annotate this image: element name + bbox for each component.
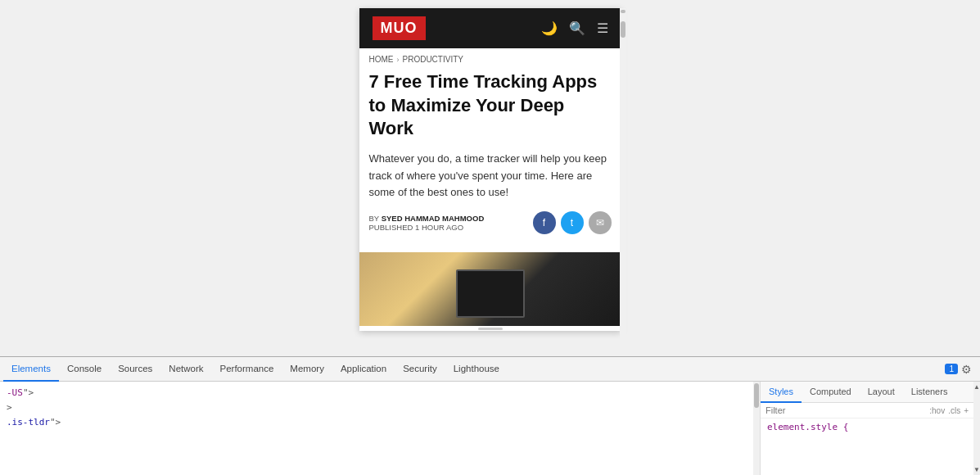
class-toggle[interactable]: .cls bbox=[948, 406, 960, 415]
dom-text: "> bbox=[23, 387, 34, 398]
time-ago: 1 HOUR AGO bbox=[415, 223, 463, 232]
tab-elements[interactable]: Elements bbox=[3, 357, 59, 382]
subtab-styles[interactable]: Styles bbox=[761, 382, 802, 403]
scrollbar-thumb[interactable] bbox=[621, 21, 625, 38]
devtools-badge: 1 bbox=[945, 364, 958, 374]
subtab-listeners[interactable]: Listeners bbox=[903, 382, 956, 403]
scroll-up-button[interactable]: ▲ bbox=[973, 383, 980, 391]
subtab-layout[interactable]: Layout bbox=[860, 382, 903, 403]
tab-lighthouse[interactable]: Lighthouse bbox=[445, 357, 508, 382]
social-share-buttons: f t ✉ bbox=[533, 211, 612, 234]
tab-performance[interactable]: Performance bbox=[212, 357, 282, 382]
styles-content: element.style { bbox=[761, 418, 973, 436]
article-title: 7 Free Time Tracking Apps to Maximize Yo… bbox=[369, 70, 612, 141]
dom-scrollbar[interactable] bbox=[753, 382, 760, 475]
author-info: BY SYED HAMMAD MAHMOOD PUBLISHED 1 HOUR … bbox=[369, 214, 485, 232]
author-by-label: BY bbox=[369, 214, 380, 223]
site-logo: MUO bbox=[373, 16, 426, 40]
webpage-frame: MUO 🌙 🔍 ☰ HOME › PRODUCTIVITY 7 Free Tim… bbox=[359, 8, 621, 331]
add-style[interactable]: + bbox=[964, 406, 969, 415]
tab-sources[interactable]: Sources bbox=[110, 357, 160, 382]
article-featured-image bbox=[359, 252, 621, 326]
dom-panel: -US"> > .is-tldr"> bbox=[0, 382, 761, 475]
breadcrumb-category[interactable]: PRODUCTIVITY bbox=[403, 55, 463, 64]
tab-network[interactable]: Network bbox=[160, 357, 211, 382]
twitter-share-button[interactable]: t bbox=[561, 211, 584, 234]
styles-subtabs: Styles Computed Layout Listeners bbox=[761, 382, 973, 403]
published-label: PUBLISHED bbox=[369, 223, 413, 232]
dom-attr: .is-tldr bbox=[7, 417, 50, 428]
dom-line-3: .is-tldr"> bbox=[7, 414, 753, 429]
devtools-toolbar-right: 1 ⚙ bbox=[945, 363, 977, 376]
right-panel-scrollbar[interactable]: ▲ ▼ bbox=[973, 382, 980, 475]
scroll-down-button[interactable]: ▼ bbox=[973, 466, 980, 473]
header-icons: 🌙 🔍 ☰ bbox=[541, 20, 608, 36]
breadcrumb: HOME › PRODUCTIVITY bbox=[359, 48, 621, 70]
scroll-indicator bbox=[478, 328, 503, 330]
devtools-panel: Elements Console Sources Network Perform… bbox=[0, 356, 980, 475]
article-content: 7 Free Time Tracking Apps to Maximize Yo… bbox=[359, 70, 621, 252]
subtab-computed[interactable]: Computed bbox=[802, 382, 860, 403]
styles-filter-actions: :hov .cls + bbox=[929, 406, 969, 415]
devtools-body: -US"> > .is-tldr"> Styles Computed Layou… bbox=[0, 382, 980, 475]
browser-area: MUO 🌙 🔍 ☰ HOME › PRODUCTIVITY 7 Free Tim… bbox=[0, 0, 980, 356]
tab-memory[interactable]: Memory bbox=[282, 357, 332, 382]
dom-line-1: -US"> bbox=[7, 385, 753, 400]
site-header: MUO 🌙 🔍 ☰ bbox=[359, 8, 621, 48]
article-excerpt: Whatever you do, a time tracker will hel… bbox=[369, 151, 612, 201]
tab-security[interactable]: Security bbox=[395, 357, 445, 382]
tab-application[interactable]: Application bbox=[332, 357, 395, 382]
dark-mode-icon[interactable]: 🌙 bbox=[541, 20, 558, 36]
dom-text: "> bbox=[50, 417, 61, 428]
menu-icon[interactable]: ☰ bbox=[597, 20, 608, 36]
styles-filter-bar: :hov .cls + bbox=[761, 403, 973, 418]
webpage-scrollbar[interactable] bbox=[620, 8, 626, 356]
scrollbar-thumb-top bbox=[621, 10, 625, 13]
hover-toggle[interactable]: :hov bbox=[929, 406, 945, 415]
author-name: SYED HAMMAD MAHMOOD bbox=[382, 214, 485, 223]
email-share-button[interactable]: ✉ bbox=[589, 211, 612, 234]
element-style-rule: element.style { bbox=[767, 422, 967, 432]
dom-text: > bbox=[7, 402, 12, 413]
article-meta: BY SYED HAMMAD MAHMOOD PUBLISHED 1 HOUR … bbox=[369, 211, 612, 234]
styles-panel: Styles Computed Layout Listeners :hov .c… bbox=[761, 382, 973, 475]
tab-console[interactable]: Console bbox=[59, 357, 110, 382]
dom-tag: -US bbox=[7, 387, 23, 398]
breadcrumb-separator: › bbox=[397, 56, 400, 64]
breadcrumb-home[interactable]: HOME bbox=[369, 55, 394, 64]
facebook-share-button[interactable]: f bbox=[533, 211, 556, 234]
search-icon[interactable]: 🔍 bbox=[569, 20, 585, 36]
dom-line-2: > bbox=[7, 400, 753, 414]
dom-scrollbar-thumb bbox=[754, 383, 759, 408]
styles-filter-input[interactable] bbox=[765, 405, 924, 415]
devtools-tabs-bar: Elements Console Sources Network Perform… bbox=[0, 357, 980, 382]
settings-icon[interactable]: ⚙ bbox=[961, 363, 972, 376]
